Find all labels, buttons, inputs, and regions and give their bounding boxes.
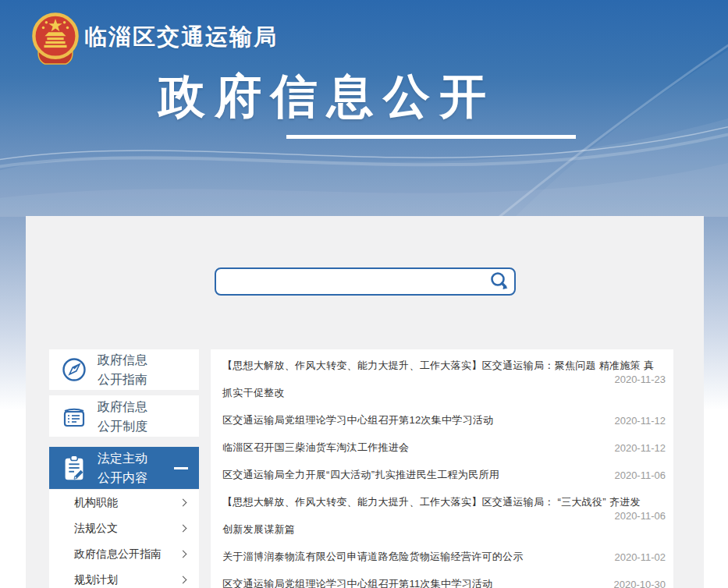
search-button[interactable] <box>488 271 510 292</box>
news-date: 2020-11-06 <box>614 510 666 522</box>
news-date: 2020-11-12 <box>614 441 666 453</box>
sidebar: 政府信息 公开指南 政府信息 公开制度 <box>49 349 199 588</box>
sidebar-item-label: 法定主动 公开内容 <box>98 448 147 487</box>
sidebar-item-statutory-disclosure[interactable]: 法定主动 公开内容 <box>49 447 199 489</box>
news-date: 2020-11-06 <box>614 469 666 480</box>
news-list-item[interactable]: 区交通运输局党组理论学习中心组召开第11次集中学习活动 2020-10-30 <box>222 570 666 588</box>
search-box <box>215 267 516 296</box>
minus-icon[interactable] <box>174 467 188 469</box>
submenu-item[interactable]: 政府信息公开指南 <box>49 541 199 567</box>
news-date: 2020-11-23 <box>614 374 666 385</box>
sidebar-item-gov-info-guide[interactable]: 政府信息 公开指南 <box>49 349 199 390</box>
news-title-link[interactable]: 【思想大解放、作风大转变、能力大提升、工作大落实】区交通运输局： “三大战役” … <box>222 488 666 543</box>
chevron-right-icon <box>179 499 187 507</box>
chevron-right-icon <box>179 551 187 558</box>
submenu-item[interactable]: 法规公文 <box>49 515 199 541</box>
news-title-link[interactable]: 区交通运输局党组理论学习中心组召开第12次集中学习活动 <box>222 406 666 434</box>
news-title-link[interactable]: 区交通运输局党组理论学习中心组召开第11次集中学习活动 <box>222 570 666 588</box>
news-list-item[interactable]: 临淄区召开国三柴油货车淘汰工作推进会 2020-11-12 <box>222 434 666 461</box>
sidebar-item-label: 政府信息 公开制度 <box>98 397 147 436</box>
org-name: 临淄区交通运输局 <box>84 22 278 53</box>
clipboard-pencil-icon <box>60 453 88 483</box>
sidebar-submenu: 机构职能 法规公文 政府信息公开指南 规划计划 <box>49 490 199 588</box>
china-national-emblem-icon <box>31 12 80 68</box>
news-title-link[interactable]: 关于淄博润泰物流有限公司申请道路危险货物运输经营许可的公示 <box>222 543 666 570</box>
news-list: 【思想大解放、作风大转变、能力大提升、工作大落实】区交通运输局：聚焦问题 精准施… <box>211 349 673 588</box>
news-list-item[interactable]: 区交通运输局全力开展“四大活动”扎实推进民生工程为民所用 2020-11-06 <box>222 461 666 488</box>
news-title-link[interactable]: 【思想大解放、作风大转变、能力大提升、工作大落实】区交通运输局：聚焦问题 精准施… <box>222 352 666 406</box>
news-date: 2020-11-02 <box>614 551 666 562</box>
search-magnifier-icon <box>488 271 510 292</box>
sidebar-item-label: 政府信息 公开指南 <box>98 350 147 389</box>
news-list-item[interactable]: 【思想大解放、作风大转变、能力大提升、工作大落实】区交通运输局：聚焦问题 精准施… <box>222 352 666 406</box>
news-list-item[interactable]: 区交通运输局党组理论学习中心组召开第12次集中学习活动 2020-11-12 <box>222 406 666 434</box>
ledger-icon <box>60 402 88 431</box>
chevron-right-icon <box>179 525 187 533</box>
chevron-right-icon <box>179 576 187 584</box>
news-title-link[interactable]: 区交通运输局全力开展“四大活动”扎实推进民生工程为民所用 <box>222 461 666 488</box>
sidebar-item-gov-info-system[interactable]: 政府信息 公开制度 <box>49 395 199 437</box>
main-content-card: 政府信息 公开指南 政府信息 公开制度 <box>26 216 704 588</box>
news-title-link[interactable]: 临淄区召开国三柴油货车淘汰工作推进会 <box>222 434 666 461</box>
news-date: 2020-10-30 <box>614 578 666 588</box>
news-list-item[interactable]: 关于淄博润泰物流有限公司申请道路危险货物运输经营许可的公示 2020-11-02 <box>222 543 666 570</box>
submenu-item[interactable]: 规划计划 <box>49 567 199 588</box>
search-input[interactable] <box>216 269 514 294</box>
title-underline <box>286 135 576 139</box>
compass-icon <box>60 355 88 384</box>
news-list-item[interactable]: 【思想大解放、作风大转变、能力大提升、工作大落实】区交通运输局： “三大战役” … <box>222 488 666 543</box>
page-title: 政府信息公开 <box>158 66 495 129</box>
banner: 临淄区交通运输局 政府信息公开 <box>0 0 728 217</box>
submenu-item[interactable]: 机构职能 <box>49 490 199 515</box>
news-date: 2020-11-12 <box>614 414 666 426</box>
